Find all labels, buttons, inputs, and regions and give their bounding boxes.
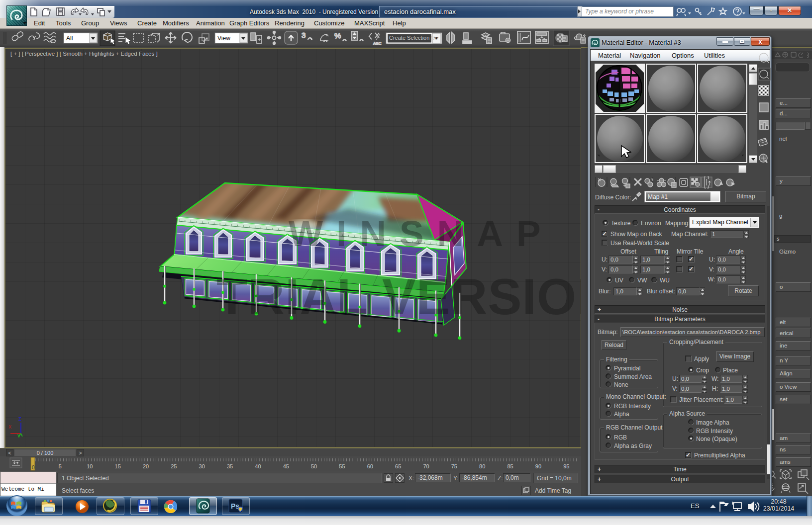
svg-text:85: 85 — [507, 463, 513, 469]
svg-text:70: 70 — [423, 463, 429, 469]
svg-text:65: 65 — [395, 463, 401, 469]
svg-text:15: 15 — [115, 463, 121, 469]
svg-text:Create Selection Se: Create Selection Se — [389, 35, 438, 41]
svg-text:5: 5 — [59, 463, 62, 469]
svg-text:x: x — [8, 423, 11, 430]
svg-text:ABC: ABC — [373, 41, 382, 46]
svg-text:80: 80 — [479, 463, 485, 469]
svg-text:90: 90 — [535, 463, 541, 469]
svg-text:35: 35 — [227, 463, 233, 469]
svg-text:95: 95 — [563, 463, 569, 469]
svg-text:3: 3 — [302, 31, 305, 39]
svg-text:30: 30 — [199, 463, 205, 469]
svg-text:50: 50 — [311, 463, 317, 469]
svg-text:View: View — [217, 35, 230, 42]
svg-text:60: 60 — [367, 463, 373, 469]
svg-text:0: 0 — [32, 465, 35, 470]
svg-text:10: 10 — [87, 463, 93, 469]
svg-text:%: % — [334, 31, 341, 40]
svg-text:40: 40 — [255, 463, 261, 469]
svg-text:25: 25 — [171, 463, 177, 469]
svg-text:55: 55 — [339, 463, 345, 469]
svg-text:45: 45 — [283, 463, 289, 469]
svg-text:z: z — [18, 415, 21, 422]
svg-text:20: 20 — [143, 463, 149, 469]
svg-text:75: 75 — [451, 463, 457, 469]
svg-text:All: All — [66, 35, 73, 42]
